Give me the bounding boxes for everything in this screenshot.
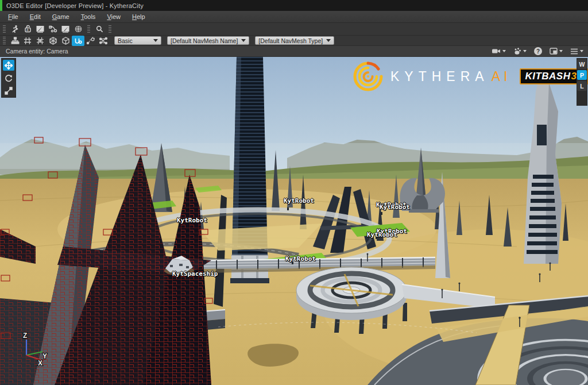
search-icon[interactable]	[93, 24, 106, 34]
entity-label: KytRobot	[380, 203, 410, 211]
title-accent-stripe	[0, 0, 2, 11]
axis-z-label: Z	[23, 332, 27, 340]
axis-gizmo: Z Y X	[16, 332, 53, 369]
svg-text:a: a	[26, 28, 29, 32]
kythera-mode-value: Basic	[118, 37, 133, 44]
menu-file[interactable]: File	[2, 11, 24, 22]
simulate-physics-icon[interactable]: a	[21, 24, 34, 34]
menu-edit[interactable]: Edit	[24, 11, 47, 22]
hierarchy-icon[interactable]	[9, 36, 21, 46]
kythera-mode-dropdown[interactable]: Basic	[114, 36, 161, 45]
axis-y-label: Y	[42, 352, 47, 360]
world-space-button[interactable]: W	[577, 59, 587, 69]
navmesh-type-value: [Default NavMesh Type]	[258, 37, 323, 44]
branding-overlay: KYTHERA AI KITBASH 3D	[351, 61, 588, 91]
navmesh-name-value: [Default NavMesh Name]	[171, 37, 238, 44]
toolbar-secondary: Basic [Default NavMesh Name] [Default Na…	[0, 36, 588, 46]
title-bar: O3DE Editor [Developer Preview] - Kyther…	[0, 0, 588, 11]
kythera-ai-icon[interactable]	[72, 36, 84, 46]
transform-toolbar	[1, 58, 16, 98]
rotate-tool-icon[interactable]	[3, 72, 14, 83]
chevron-down-icon	[523, 50, 527, 52]
grid-snap-icon[interactable]	[34, 36, 47, 46]
navmesh-icon[interactable]	[47, 36, 59, 46]
track-view-icon[interactable]	[47, 24, 59, 34]
chevron-down-icon	[559, 50, 563, 52]
chevron-down-icon	[326, 39, 331, 42]
graph-icon[interactable]	[97, 36, 110, 46]
menu-game[interactable]: Game	[47, 11, 75, 22]
toolbar-grip[interactable]	[3, 37, 6, 45]
chevron-down-icon	[241, 39, 246, 42]
debug-draw-icon[interactable]	[513, 48, 527, 55]
kythera-logo-icon	[351, 61, 385, 91]
chevron-down-icon	[153, 39, 158, 42]
viewport-3d[interactable]: KYTHERA AI KITBASH 3D	[0, 57, 588, 385]
navmesh-volume-icon[interactable]	[59, 36, 72, 46]
entity-label: KytRobot	[285, 255, 316, 263]
path-debug-icon[interactable]	[84, 36, 97, 46]
navmesh-type-dropdown[interactable]: [Default NavMesh Type]	[255, 36, 334, 45]
menu-bar: File Edit Game Tools View Help	[0, 11, 588, 23]
camera-select-icon[interactable]	[492, 48, 506, 55]
menu-help[interactable]: Help	[126, 11, 151, 22]
toolbar-grip[interactable]	[87, 25, 90, 33]
kythera-logo-ai: AI	[492, 69, 511, 84]
global-preferences-icon[interactable]	[72, 24, 84, 34]
material-editor-icon[interactable]	[59, 24, 72, 34]
grid-icon[interactable]	[21, 36, 34, 46]
local-space-button[interactable]: L	[577, 81, 587, 91]
chevron-down-icon	[502, 50, 506, 52]
menu-view[interactable]: View	[101, 11, 126, 22]
navmesh-name-dropdown[interactable]: [Default NavMesh Name]	[167, 36, 249, 45]
kythera-logo-text: KYTHERA	[390, 69, 489, 84]
scale-tool-icon[interactable]	[3, 85, 14, 96]
chevron-down-icon	[580, 50, 583, 52]
entity-label: KytRobot	[367, 231, 397, 238]
scene-render	[0, 57, 588, 385]
ui-editor-icon[interactable]	[34, 24, 47, 34]
camera-entity-label: Camera entity: Camera	[6, 48, 68, 55]
play-game-icon[interactable]	[9, 24, 21, 34]
toolbar-grip[interactable]	[109, 25, 111, 33]
viewport-menu-icon[interactable]	[570, 48, 583, 55]
axis-x-label: X	[38, 359, 42, 367]
toolbar-grip[interactable]	[3, 25, 6, 33]
move-tool-icon[interactable]	[3, 60, 14, 71]
toolbar-primary: a	[0, 23, 588, 36]
display-options-icon[interactable]	[550, 48, 563, 55]
menu-tools[interactable]: Tools	[75, 11, 102, 22]
o3de-editor-window: O3DE Editor [Developer Preview] - Kyther…	[0, 0, 588, 385]
help-icon[interactable]: ?	[534, 47, 542, 55]
entity-label: KytRobot	[284, 197, 314, 205]
viewport-header: Camera entity: Camera ?	[0, 46, 588, 57]
entity-label: KytRobot	[177, 217, 207, 224]
space-toggle-toolbar: W P L	[577, 58, 587, 106]
window-title: O3DE Editor [Developer Preview] - Kyther…	[6, 2, 144, 9]
kitbash-logo-text: KITBASH	[525, 71, 570, 82]
parent-space-button[interactable]: P	[577, 70, 587, 80]
entity-label: KytSpaceship	[172, 270, 218, 278]
